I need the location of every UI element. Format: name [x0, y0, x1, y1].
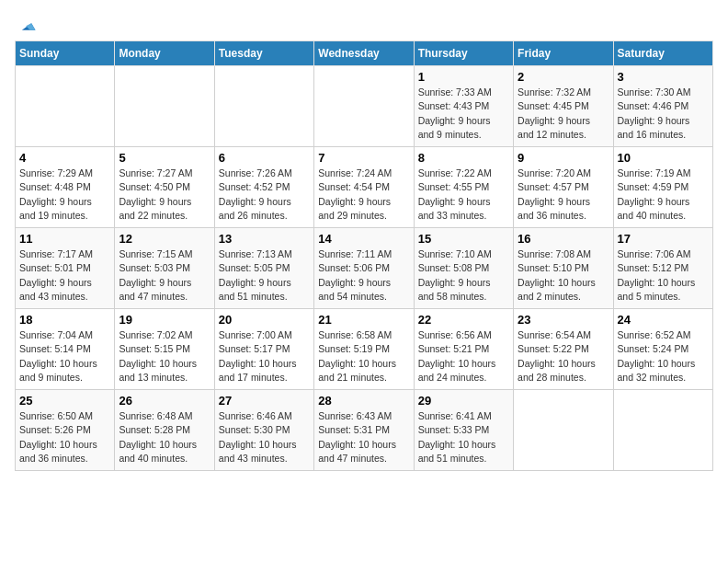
calendar-week-row: 11Sunrise: 7:17 AMSunset: 5:01 PMDayligh…: [16, 228, 713, 309]
calendar-cell: 6Sunrise: 7:26 AMSunset: 4:52 PMDaylight…: [214, 147, 313, 228]
day-number: 17: [618, 232, 709, 246]
calendar-cell: 9Sunrise: 7:20 AMSunset: 4:57 PMDaylight…: [514, 147, 613, 228]
calendar-cell: 23Sunrise: 6:54 AMSunset: 5:22 PMDayligh…: [514, 309, 613, 390]
day-number: 3: [618, 70, 709, 84]
day-number: 27: [219, 394, 310, 408]
day-info: Sunrise: 6:56 AMSunset: 5:21 PMDaylight:…: [418, 328, 509, 385]
calendar-week-row: 4Sunrise: 7:29 AMSunset: 4:48 PMDaylight…: [16, 147, 713, 228]
day-info: Sunrise: 7:04 AMSunset: 5:14 PMDaylight:…: [19, 328, 110, 385]
day-number: 13: [219, 232, 310, 246]
day-number: 21: [318, 313, 409, 327]
calendar-cell: 5Sunrise: 7:27 AMSunset: 4:50 PMDaylight…: [115, 147, 214, 228]
calendar-cell: [115, 66, 214, 147]
calendar-cell: 15Sunrise: 7:10 AMSunset: 5:08 PMDayligh…: [414, 228, 513, 309]
day-info: Sunrise: 7:20 AMSunset: 4:57 PMDaylight:…: [518, 167, 609, 223]
calendar-cell: 26Sunrise: 6:48 AMSunset: 5:28 PMDayligh…: [115, 390, 214, 471]
day-info: Sunrise: 7:00 AMSunset: 5:17 PMDaylight:…: [219, 328, 310, 385]
day-info: Sunrise: 6:50 AMSunset: 5:26 PMDaylight:…: [19, 409, 110, 465]
calendar-cell: [16, 66, 115, 147]
day-number: 1: [418, 70, 509, 84]
day-number: 20: [219, 313, 310, 327]
day-info: Sunrise: 7:13 AMSunset: 5:05 PMDaylight:…: [219, 247, 310, 304]
calendar-cell: 2Sunrise: 7:32 AMSunset: 4:45 PMDaylight…: [514, 66, 613, 147]
day-info: Sunrise: 7:10 AMSunset: 5:08 PMDaylight:…: [418, 247, 509, 304]
logo: [15, 15, 39, 33]
calendar-cell: 11Sunrise: 7:17 AMSunset: 5:01 PMDayligh…: [16, 228, 115, 309]
day-info: Sunrise: 7:29 AMSunset: 4:48 PMDaylight:…: [19, 167, 110, 223]
calendar-cell: 1Sunrise: 7:33 AMSunset: 4:43 PMDaylight…: [414, 66, 513, 147]
calendar-cell: 8Sunrise: 7:22 AMSunset: 4:55 PMDaylight…: [414, 147, 513, 228]
day-of-week-header: Saturday: [613, 41, 712, 66]
calendar-table: SundayMondayTuesdayWednesdayThursdayFrid…: [15, 40, 713, 471]
day-number: 24: [618, 313, 709, 327]
day-number: 6: [219, 151, 310, 165]
calendar-week-row: 25Sunrise: 6:50 AMSunset: 5:26 PMDayligh…: [16, 390, 713, 471]
day-number: 10: [618, 151, 709, 165]
day-number: 14: [318, 232, 409, 246]
logo-text: [15, 15, 39, 37]
calendar-cell: 17Sunrise: 7:06 AMSunset: 5:12 PMDayligh…: [613, 228, 712, 309]
day-info: Sunrise: 7:11 AMSunset: 5:06 PMDaylight:…: [318, 247, 409, 304]
day-info: Sunrise: 7:17 AMSunset: 5:01 PMDaylight:…: [19, 247, 110, 304]
day-info: Sunrise: 6:41 AMSunset: 5:33 PMDaylight:…: [418, 409, 509, 465]
day-number: 19: [119, 313, 210, 327]
day-info: Sunrise: 7:08 AMSunset: 5:10 PMDaylight:…: [518, 247, 609, 304]
calendar-cell: 21Sunrise: 6:58 AMSunset: 5:19 PMDayligh…: [314, 309, 414, 390]
day-number: 22: [418, 313, 509, 327]
calendar-cell: 24Sunrise: 6:52 AMSunset: 5:24 PMDayligh…: [613, 309, 712, 390]
day-number: 23: [518, 313, 609, 327]
day-number: 25: [19, 394, 110, 408]
calendar-cell: 16Sunrise: 7:08 AMSunset: 5:10 PMDayligh…: [514, 228, 613, 309]
calendar-cell: [314, 66, 414, 147]
logo-icon: [17, 17, 37, 37]
day-of-week-header: Wednesday: [314, 41, 414, 66]
day-info: Sunrise: 6:48 AMSunset: 5:28 PMDaylight:…: [119, 409, 210, 465]
day-info: Sunrise: 7:32 AMSunset: 4:45 PMDaylight:…: [518, 86, 609, 142]
calendar-cell: 25Sunrise: 6:50 AMSunset: 5:26 PMDayligh…: [16, 390, 115, 471]
calendar-cell: 27Sunrise: 6:46 AMSunset: 5:30 PMDayligh…: [214, 390, 313, 471]
day-number: 8: [418, 151, 509, 165]
calendar-cell: 29Sunrise: 6:41 AMSunset: 5:33 PMDayligh…: [414, 390, 513, 471]
day-info: Sunrise: 7:06 AMSunset: 5:12 PMDaylight:…: [618, 247, 709, 304]
calendar-cell: 3Sunrise: 7:30 AMSunset: 4:46 PMDaylight…: [613, 66, 712, 147]
day-number: 26: [119, 394, 210, 408]
calendar-header-row: SundayMondayTuesdayWednesdayThursdayFrid…: [16, 41, 713, 66]
day-number: 28: [318, 394, 409, 408]
day-number: 16: [518, 232, 609, 246]
calendar-cell: [514, 390, 613, 471]
calendar-week-row: 18Sunrise: 7:04 AMSunset: 5:14 PMDayligh…: [16, 309, 713, 390]
day-info: Sunrise: 7:26 AMSunset: 4:52 PMDaylight:…: [219, 167, 310, 223]
calendar-cell: 14Sunrise: 7:11 AMSunset: 5:06 PMDayligh…: [314, 228, 414, 309]
page-header: [15, 15, 713, 33]
calendar-cell: [214, 66, 313, 147]
day-info: Sunrise: 7:22 AMSunset: 4:55 PMDaylight:…: [418, 167, 509, 223]
calendar-cell: 18Sunrise: 7:04 AMSunset: 5:14 PMDayligh…: [16, 309, 115, 390]
calendar-cell: 13Sunrise: 7:13 AMSunset: 5:05 PMDayligh…: [214, 228, 313, 309]
calendar-cell: 22Sunrise: 6:56 AMSunset: 5:21 PMDayligh…: [414, 309, 513, 390]
day-number: 5: [119, 151, 210, 165]
day-info: Sunrise: 7:33 AMSunset: 4:43 PMDaylight:…: [418, 86, 509, 142]
day-info: Sunrise: 7:15 AMSunset: 5:03 PMDaylight:…: [119, 247, 210, 304]
day-info: Sunrise: 7:02 AMSunset: 5:15 PMDaylight:…: [119, 328, 210, 385]
day-number: 15: [418, 232, 509, 246]
day-of-week-header: Friday: [514, 41, 613, 66]
day-number: 18: [19, 313, 110, 327]
calendar-cell: 28Sunrise: 6:43 AMSunset: 5:31 PMDayligh…: [314, 390, 414, 471]
day-of-week-header: Tuesday: [214, 41, 313, 66]
day-info: Sunrise: 6:46 AMSunset: 5:30 PMDaylight:…: [219, 409, 310, 465]
day-of-week-header: Thursday: [414, 41, 513, 66]
day-info: Sunrise: 6:54 AMSunset: 5:22 PMDaylight:…: [518, 328, 609, 385]
day-number: 9: [518, 151, 609, 165]
calendar-cell: [613, 390, 712, 471]
calendar-cell: 19Sunrise: 7:02 AMSunset: 5:15 PMDayligh…: [115, 309, 214, 390]
day-number: 29: [418, 394, 509, 408]
day-number: 7: [318, 151, 409, 165]
calendar-cell: 12Sunrise: 7:15 AMSunset: 5:03 PMDayligh…: [115, 228, 214, 309]
day-number: 2: [518, 70, 609, 84]
calendar-cell: 20Sunrise: 7:00 AMSunset: 5:17 PMDayligh…: [214, 309, 313, 390]
calendar-cell: 7Sunrise: 7:24 AMSunset: 4:54 PMDaylight…: [314, 147, 414, 228]
day-info: Sunrise: 7:19 AMSunset: 4:59 PMDaylight:…: [618, 167, 709, 223]
day-info: Sunrise: 6:58 AMSunset: 5:19 PMDaylight:…: [318, 328, 409, 385]
day-number: 4: [19, 151, 110, 165]
calendar-cell: 10Sunrise: 7:19 AMSunset: 4:59 PMDayligh…: [613, 147, 712, 228]
